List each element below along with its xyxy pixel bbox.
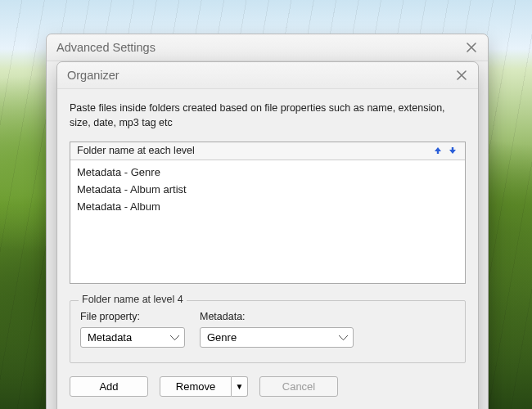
file-property-label: File property: [80,311,185,322]
description-text: Paste files inside folders created based… [70,101,466,130]
organizer-dialog: Organizer Paste files inside folders cre… [56,61,479,409]
file-property-select[interactable]: Metadata [80,327,185,348]
list-item[interactable]: Metadata - Album artist [70,181,465,198]
level-list-rows[interactable]: Metadata - Genre Metadata - Album artist… [70,160,465,283]
level-list-header-label: Folder name at each level [77,145,429,156]
window-title: Advanced Settings [56,41,463,54]
list-item[interactable]: Metadata - Album [70,198,465,215]
move-down-icon[interactable] [447,145,458,156]
list-item[interactable]: Metadata - Genre [70,164,465,181]
group-legend: Folder name at level 4 [79,294,187,305]
level-edit-group: Folder name at level 4 File property: Me… [70,300,466,363]
move-up-icon[interactable] [432,145,444,156]
titlebar: Organizer [57,62,478,89]
metadata-label: Metadata: [200,311,354,322]
remove-split-button: Remove ▼ [160,376,248,397]
remove-button[interactable]: Remove [160,376,232,397]
level-list: Folder name at each level Metadata - Gen… [70,142,466,284]
cancel-button[interactable]: Cancel [259,376,338,397]
remove-menu-button[interactable]: ▼ [232,376,248,397]
button-bar: Add Remove ▼ Cancel [70,376,466,397]
close-icon[interactable] [453,67,470,83]
titlebar: Advanced Settings [47,34,488,61]
close-icon[interactable] [463,39,480,56]
window-title: Organizer [67,69,453,82]
add-button[interactable]: Add [70,376,148,397]
level-list-header: Folder name at each level [70,142,465,160]
metadata-select[interactable]: Genre [200,327,354,348]
